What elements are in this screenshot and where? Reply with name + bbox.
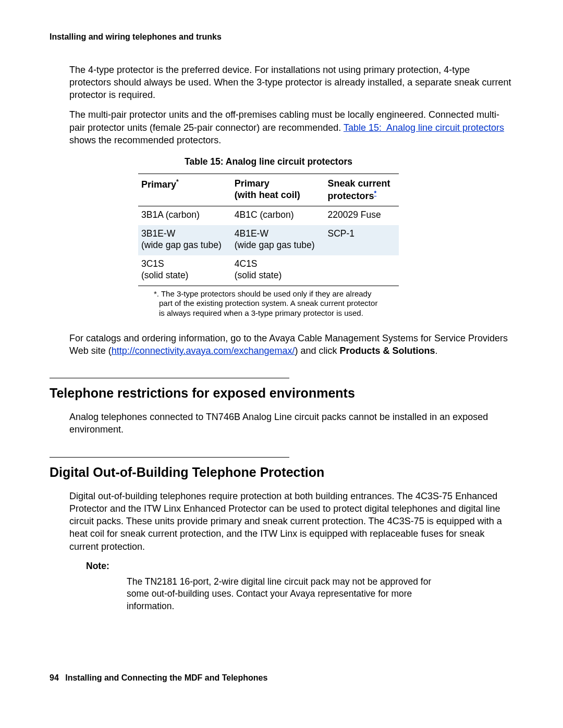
cell-text: 3C1S xyxy=(141,258,164,269)
section-heading-digital: Digital Out-of-Building Telephone Protec… xyxy=(50,464,513,482)
footnote-marker-link[interactable]: * xyxy=(374,190,377,197)
section-1-body: Analog telephones connected to TN746B An… xyxy=(69,411,513,436)
cell-text: 3B1A (carbon) xyxy=(141,209,200,220)
running-header: Installing and wiring telephones and tru… xyxy=(50,31,513,43)
cell: 220029 Fuse xyxy=(325,206,399,225)
cell-text: SCP-1 xyxy=(328,228,355,239)
col-header-primary-heat: Primary (with heat coil) xyxy=(231,174,325,206)
cell-text: 220029 Fuse xyxy=(328,209,381,220)
table-15: Table 15: Analog line circuit protectors… xyxy=(138,156,399,286)
cell: 3B1A (carbon) xyxy=(138,206,231,225)
cell: SCP-1 xyxy=(325,225,399,255)
cell-text: (wide gap gas tube) xyxy=(235,240,315,250)
cell: 4B1E-W (wide gap gas tube) xyxy=(231,225,325,255)
paragraph-3: For catalogs and ordering information, g… xyxy=(69,332,513,357)
table-footnote: *. The 3-type protectors should be used … xyxy=(154,289,383,318)
paragraph-2-text-b: shows the recommended protectors. xyxy=(69,135,221,145)
cell-text: (solid state) xyxy=(141,270,188,280)
section-2-body: Digital out-of-building telephones requi… xyxy=(69,490,513,553)
col-header-line2: (with heat coil) xyxy=(235,190,300,200)
note-body: The TN2181 16-port, 2-wire digital line … xyxy=(127,576,439,613)
col-header-sneak: Sneak current protectors* xyxy=(325,174,399,206)
cell-text: 4B1C (carbon) xyxy=(235,209,294,220)
page-footer: 94 Installing and Connecting the MDF and… xyxy=(50,672,513,684)
page-number: 94 xyxy=(50,673,59,682)
col-header-line1: Sneak current xyxy=(328,178,390,189)
table-row: 3C1S (solid state) 4C1S (solid state) xyxy=(138,255,399,286)
table-header-row: Primary* Primary (with heat coil) Sneak … xyxy=(138,174,399,206)
table-row: 3B1A (carbon) 4B1C (carbon) 220029 Fuse xyxy=(138,206,399,225)
paragraph-1: The 4-type protector is the preferred de… xyxy=(69,64,513,102)
table-row: 3B1E-W (wide gap gas tube) 4B1E-W (wide … xyxy=(138,225,399,255)
paragraph-2: The multi-pair protector units and the o… xyxy=(69,108,513,146)
col-header-line2: protectors xyxy=(328,191,374,201)
cell xyxy=(325,255,399,286)
cell-text: (solid state) xyxy=(235,270,282,280)
col-header-primary: Primary* xyxy=(138,174,231,206)
paragraph-3-text-b: ) and click xyxy=(295,346,340,356)
cell-text: (wide gap gas tube) xyxy=(141,240,222,250)
cell-text: 3B1E-W xyxy=(141,228,175,239)
section-divider xyxy=(50,378,289,378)
section-heading-restrictions: Telephone restrictions for exposed envir… xyxy=(50,385,513,402)
external-link[interactable]: http://connectivity.avaya.com/exchangema… xyxy=(112,346,295,356)
section-divider xyxy=(50,457,289,458)
paragraph-3-text-c: . xyxy=(435,346,438,356)
table-cross-reference-link[interactable]: Table 15: Analog line circuit protectors xyxy=(344,122,504,133)
cell-text: 4C1S xyxy=(235,258,258,269)
cell: 3C1S (solid state) xyxy=(138,255,231,286)
cell: 4B1C (carbon) xyxy=(231,206,325,225)
protectors-table: Primary* Primary (with heat coil) Sneak … xyxy=(138,174,399,286)
cell-text: 4B1E-W xyxy=(235,228,268,239)
footer-title: Installing and Connecting the MDF and Te… xyxy=(65,673,267,682)
paragraph-3-bold: Products & Solutions xyxy=(340,346,435,356)
table-title: Table 15: Analog line circuit protectors xyxy=(138,156,399,168)
footnote-marker: * xyxy=(176,178,179,186)
cell: 3B1E-W (wide gap gas tube) xyxy=(138,225,231,255)
note-label: Note: xyxy=(86,560,513,573)
col-header-primary-text: Primary xyxy=(141,179,176,190)
col-header-line1: Primary xyxy=(235,178,270,189)
cell: 4C1S (solid state) xyxy=(231,255,325,286)
